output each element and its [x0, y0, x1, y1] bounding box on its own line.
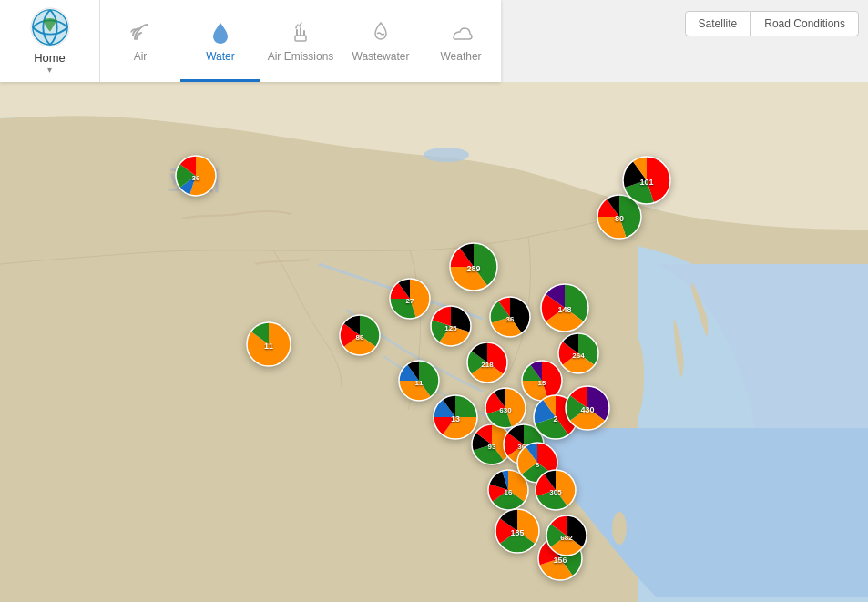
- home-logo-icon: [29, 7, 71, 47]
- road-conditions-toggle[interactable]: Road Conditions: [751, 11, 859, 36]
- header: Home ▾ Air Water: [0, 0, 501, 82]
- pie-cluster-c23[interactable]: 264: [557, 332, 600, 379]
- pie-cluster-c8[interactable]: 289: [448, 241, 499, 296]
- home-label: Home: [34, 51, 66, 65]
- pie-svg: [545, 514, 588, 557]
- home-button[interactable]: Home ▾: [0, 0, 100, 82]
- pie-svg: [621, 155, 672, 206]
- tab-wastewater-label: Wastewater: [352, 50, 410, 63]
- pie-cluster-c26[interactable]: 101: [621, 155, 672, 209]
- pie-cluster-c3[interactable]: 86: [338, 313, 382, 361]
- tab-air-emissions[interactable]: Air Emissions: [260, 0, 341, 82]
- pie-svg: [338, 313, 382, 357]
- pie-svg: [564, 384, 611, 432]
- water-icon: [206, 17, 235, 46]
- pie-svg: [488, 295, 532, 339]
- home-chevron-icon: ▾: [47, 65, 52, 75]
- pie-svg: [245, 321, 292, 368]
- pie-cluster-c22[interactable]: 148: [539, 282, 590, 337]
- pie-svg: [465, 341, 509, 384]
- map-container[interactable]: 亚洲 3611862711125132892189363016363648185…: [0, 82, 868, 602]
- pie-cluster-c9[interactable]: 218: [465, 341, 509, 388]
- pie-cluster-c24[interactable]: 430: [564, 384, 611, 435]
- tab-air-emissions-label: Air Emissions: [268, 50, 334, 63]
- pie-cluster-c4[interactable]: 27: [388, 277, 432, 324]
- tab-weather[interactable]: Weather: [421, 0, 501, 82]
- tab-air[interactable]: Air: [100, 0, 180, 82]
- tab-air-label: Air: [134, 50, 148, 63]
- pie-svg: [539, 282, 590, 333]
- pie-svg: [448, 241, 499, 292]
- tab-wastewater[interactable]: Wastewater: [341, 0, 421, 82]
- tab-water-label: Water: [206, 50, 235, 63]
- map-toggles: Satellite Road Conditions: [685, 11, 859, 36]
- pie-cluster-c13[interactable]: 36: [488, 295, 532, 342]
- pie-svg: [557, 332, 600, 375]
- pie-cluster-c21[interactable]: 682: [545, 514, 588, 561]
- svg-point-8: [612, 512, 627, 545]
- air-emissions-icon: [286, 17, 315, 46]
- pie-cluster-c2[interactable]: 11: [245, 321, 292, 372]
- pie-cluster-c19[interactable]: 305: [534, 468, 577, 515]
- satellite-toggle[interactable]: Satellite: [685, 11, 751, 36]
- pie-cluster-c1[interactable]: 36: [174, 154, 218, 201]
- tab-water[interactable]: Water: [180, 0, 260, 82]
- nav-tabs: Air Water Air Emi: [100, 0, 501, 82]
- svg-point-6: [424, 148, 469, 162]
- air-icon: [126, 17, 155, 46]
- tab-weather-label: Weather: [440, 50, 481, 63]
- pie-svg: [534, 468, 577, 512]
- pie-svg: [388, 277, 432, 321]
- weather-icon: [446, 17, 475, 46]
- pie-svg: [174, 154, 218, 198]
- wastewater-icon: [366, 17, 395, 46]
